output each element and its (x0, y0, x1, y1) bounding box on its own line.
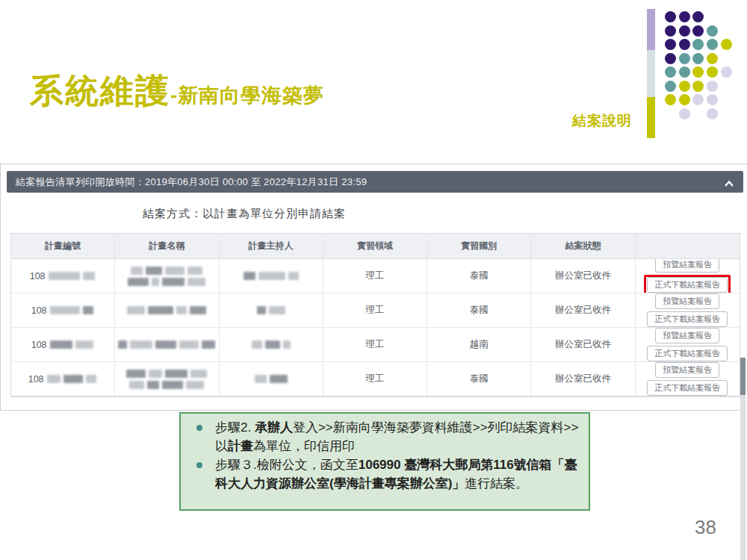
col-header-plan-name: 計畫名稱 (115, 234, 219, 258)
decor-dot (721, 39, 732, 50)
decor-dot (707, 81, 718, 92)
decor-dot (665, 66, 676, 78)
cell-status: 辦公室已收件 (531, 293, 635, 327)
decor-dot (692, 66, 704, 78)
col-header-status: 結案狀態 (531, 234, 635, 258)
closing-method-text: 結案方式：以計畫為單位分別申請結案 (143, 207, 346, 221)
decor-dot (707, 108, 718, 119)
decor-dot (707, 25, 718, 37)
preview-report-button[interactable]: 預覽結案報告 (655, 328, 719, 343)
vertical-scrollbar[interactable] (740, 358, 746, 560)
cell-plan-name-redacted (115, 362, 219, 396)
download-report-button[interactable]: 正式下載結案報告 (647, 346, 728, 361)
highlight-box: 正式下載結案報告 (644, 275, 731, 293)
chevron-up-icon[interactable] (724, 178, 734, 186)
cell-host-redacted (220, 362, 323, 396)
download-report-button[interactable]: 正式下載結案報告 (647, 277, 728, 293)
decor-dot (665, 11, 676, 22)
table-header-row: 計畫編號 計畫名稱 計畫主持人 實習領域 實習國別 結案狀態 (11, 234, 740, 259)
decor-dot (692, 81, 704, 92)
cell-country: 泰國 (427, 259, 531, 293)
decor-bar-segment (647, 97, 655, 138)
cell-plan-id: 108 (11, 259, 115, 293)
download-report-button[interactable]: 正式下載結案報告 (647, 380, 728, 396)
cell-country: 越南 (427, 328, 531, 361)
decor-dot (679, 94, 690, 105)
instruction-list: 步驟2. 承辦人登入>>新南向學海築夢資料維護>>列印結案資料>>以計畫為單位，… (190, 418, 581, 493)
decor-dot (707, 53, 718, 64)
col-header-actions (636, 234, 740, 258)
cell-country: 泰國 (427, 293, 531, 327)
decor-dot (679, 81, 690, 92)
table-row: 108 理工 越南 辦公室已收件 預覽結案報告 正式下載結案報告 (11, 328, 740, 362)
slide: 系統維護-新南向學海築夢 結案說明 結案報告清單列印開放時間：2019年06月3… (0, 0, 747, 560)
bullet-icon (196, 462, 202, 468)
decor-dot (692, 25, 704, 37)
decor-dot (707, 94, 718, 105)
cell-plan-name-redacted (115, 259, 219, 293)
page-title: 系統維護-新南向學海築夢 (30, 69, 324, 113)
instruction-step-2: 步驟2. 承辦人登入>>新南向學海築夢資料維護>>列印結案資料>>以計畫為單位，… (190, 418, 581, 455)
decor-dot (679, 53, 690, 64)
decor-dot (692, 53, 704, 64)
cell-host-redacted (220, 328, 323, 361)
report-panel: 結案報告清單列印開放時間：2019年06月30日 00:00 至 2022年12… (0, 164, 747, 411)
col-header-field: 實習領域 (323, 234, 427, 258)
decor-dot (679, 66, 690, 78)
cell-plan-id: 108 (11, 328, 115, 361)
decor-dot (707, 39, 718, 50)
panel-header[interactable]: 結案報告清單列印開放時間：2019年06月30日 00:00 至 2022年12… (7, 171, 743, 193)
cell-field: 理工 (323, 259, 427, 293)
decor-bar-segment (647, 50, 655, 97)
decor-bar (647, 9, 655, 138)
decor-dot (692, 94, 704, 105)
table-row: 108 理工 泰國 辦公室已收件 預覽結案報告 正式下載結案報告 (11, 293, 740, 328)
decor-dot-grid (665, 11, 740, 131)
decor-dot (679, 25, 690, 37)
decor-dot (665, 81, 676, 92)
cell-plan-id: 108 (11, 362, 115, 396)
decor-bar-segment (647, 9, 655, 50)
instruction-step-3: 步驟３.檢附公文，函文至106990 臺灣科大郵局第116號信箱「臺科大人力資源… (190, 455, 581, 493)
page-title-main: 系統維護 (30, 72, 170, 110)
col-header-host: 計畫主持人 (220, 234, 323, 258)
decor-dot (665, 53, 676, 64)
download-report-button[interactable]: 正式下載結案報告 (647, 311, 728, 327)
cell-plan-id: 108 (11, 293, 115, 327)
decor-dot (707, 66, 718, 78)
decor-dot (665, 94, 676, 105)
cell-field: 理工 (323, 293, 427, 327)
table-row: 108 理工 泰國 辦公室已收件 預覽結案報告 正式下載結案報告 (11, 362, 740, 396)
cell-country: 泰國 (427, 362, 531, 396)
table-row: 108 理工 泰國 辦公室已收件 預覽結案報告 正式下載結案報告 (11, 259, 740, 293)
cell-host-redacted (220, 293, 323, 327)
open-period-text: 結案報告清單列印開放時間：2019年06月30日 00:00 至 2022年12… (7, 171, 743, 193)
section-label: 結案說明 (572, 111, 632, 131)
cell-plan-name-redacted (115, 328, 219, 361)
page-title-suffix: -新南向學海築夢 (170, 84, 324, 107)
cell-host-redacted (220, 259, 323, 293)
closure-table: 計畫編號 計畫名稱 計畫主持人 實習領域 實習國別 結案狀態 108 (10, 233, 740, 397)
decor-dot (665, 25, 676, 37)
cell-field: 理工 (323, 362, 427, 396)
preview-report-button[interactable]: 預覽結案報告 (655, 293, 719, 309)
decor-dot (679, 11, 690, 22)
scrollbar-thumb[interactable] (740, 358, 746, 395)
cell-status: 辦公室已收件 (531, 328, 635, 361)
page-number: 38 (695, 516, 716, 539)
cell-field: 理工 (323, 328, 427, 361)
col-header-plan-id: 計畫編號 (11, 234, 115, 258)
bullet-icon (196, 425, 202, 431)
cell-status: 辦公室已收件 (531, 362, 635, 396)
decor-dot (679, 108, 690, 119)
preview-report-button[interactable]: 預覽結案報告 (655, 362, 719, 378)
cell-status: 辦公室已收件 (531, 259, 635, 293)
decor-dot (692, 11, 704, 22)
decor-dot (692, 39, 704, 50)
preview-report-button[interactable]: 預覽結案報告 (655, 259, 719, 273)
cell-plan-name-redacted (115, 293, 219, 327)
decor-dot (721, 66, 732, 78)
decor-dot (679, 39, 690, 50)
decor-dot (665, 39, 676, 50)
instruction-box: 步驟2. 承辦人登入>>新南向學海築夢資料維護>>列印結案資料>>以計畫為單位，… (179, 412, 590, 511)
